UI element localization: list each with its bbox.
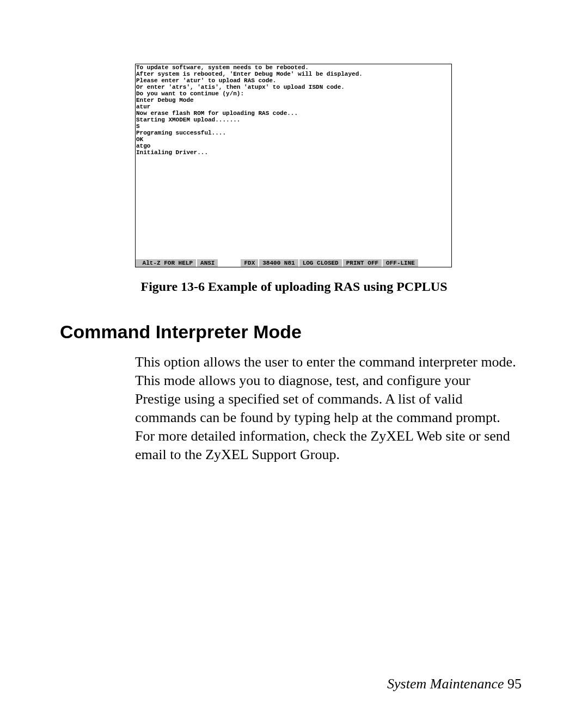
body-paragraph: This option allows the user to enter the… [135, 353, 516, 464]
footer-section-title: System Maintenance [387, 676, 507, 692]
section-heading: Command Interpreter Mode [60, 321, 302, 343]
term-line: Now erase flash ROM for uploading RAS co… [136, 110, 451, 117]
document-page: To update software, system needs to be r… [0, 0, 588, 714]
status-duplex: FDX [241, 259, 259, 267]
terminal-screenshot: To update software, system needs to be r… [135, 64, 452, 267]
page-footer: System Maintenance 95 [387, 676, 522, 692]
term-line: atgo [136, 143, 451, 149]
status-emulation: ANSI [197, 259, 219, 267]
status-help: Alt-Z FOR HELP [136, 259, 197, 267]
status-gap [219, 259, 241, 267]
terminal-output: To update software, system needs to be r… [136, 64, 451, 259]
term-line: S [136, 123, 451, 130]
term-line: To update software, system needs to be r… [136, 64, 451, 71]
figure-caption: Figure 13-6 Example of uploading RAS usi… [0, 279, 588, 294]
term-line: After system is rebooted, 'Enter Debug M… [136, 71, 451, 77]
term-line: Please enter 'atur' to upload RAS code. [136, 77, 451, 84]
term-line: atur [136, 103, 451, 110]
term-line: OK [136, 136, 451, 143]
footer-page-number: 95 [507, 676, 522, 692]
status-line: OFF-LINE [383, 259, 418, 267]
terminal-status-bar: Alt-Z FOR HELP ANSI FDX 38400 N81 LOG CL… [136, 259, 451, 267]
status-port: 38400 N81 [259, 259, 299, 267]
term-line: Or enter 'atrs', 'atis', then 'atupx' to… [136, 84, 451, 90]
status-print: PRINT OFF [343, 259, 383, 267]
term-line: Enter Debug Mode [136, 97, 451, 103]
term-line: Initialing Driver... [136, 149, 451, 156]
term-line: Starting XMODEM upload....... [136, 117, 451, 123]
status-log: LOG CLOSED [299, 259, 343, 267]
term-line: Programing successful.... [136, 130, 451, 136]
term-line: Do you want to continue (y/n): [136, 90, 451, 97]
